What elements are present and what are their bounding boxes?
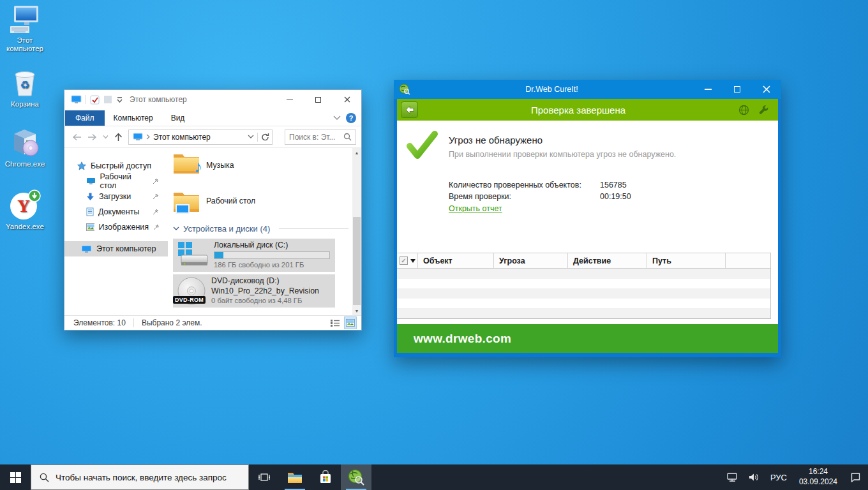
drweb-close-button[interactable] (752, 80, 781, 99)
sidebar-item-desktop[interactable]: Рабочий стол (64, 174, 168, 189)
explorer-search-input[interactable]: Поиск в: Эт... (285, 130, 356, 145)
drweb-green-header: Проверка завершена (397, 99, 778, 121)
select-all-checkbox[interactable]: ✓ (400, 256, 408, 265)
drive-item-c[interactable]: Локальный диск (C:) 186 ГБ свободно из 2… (173, 239, 335, 272)
download-arrow-icon (86, 193, 94, 201)
forward-icon[interactable] (87, 133, 97, 141)
drweb-taskbar-icon (348, 469, 364, 486)
new-item-icon[interactable] (103, 95, 112, 104)
task-view-button[interactable] (249, 464, 280, 490)
explorer-minimize-button[interactable] (275, 90, 304, 109)
globe-icon[interactable] (738, 105, 749, 115)
section-devices-and-drives[interactable]: Устройства и диски (4) (173, 221, 352, 236)
taskbar-explorer-button[interactable] (280, 464, 310, 490)
ribbon-collapse-icon[interactable] (333, 115, 341, 121)
result-subtitle: При выполнении проверки компьютера угроз… (449, 150, 676, 159)
breadcrumb[interactable]: Этот компьютер (153, 133, 244, 142)
table-row (397, 308, 770, 318)
scan-status-title: Проверка завершена (418, 105, 738, 115)
explorer-file-list: ♪ Музыка Рабочий стол Устройства и диски… (168, 148, 352, 315)
taskbar-drweb-button[interactable] (341, 464, 371, 490)
sidebar-item-downloads[interactable]: Загрузки (64, 189, 168, 204)
sidebar-item-label: Этот компьютер (96, 244, 156, 253)
view-icons-button[interactable] (345, 317, 356, 329)
column-header-object[interactable]: Объект (418, 253, 494, 268)
drive-subtitle: Win10_Pro_22h2_by_Revision (211, 286, 331, 296)
view-details-button[interactable] (329, 317, 341, 329)
filter-dropdown-icon[interactable] (410, 259, 415, 263)
drweb-titlebar: Dr.Web CureIt! (394, 80, 781, 99)
desktop-mini-icon (176, 204, 190, 214)
customize-toolbar-icon[interactable] (116, 96, 123, 103)
footer-gap (397, 319, 778, 324)
microsoft-store-icon (318, 470, 333, 484)
sidebar-item-label: Быстрый доступ (91, 161, 151, 170)
threats-table-body (397, 269, 770, 318)
scroll-up-icon[interactable]: ▲ (352, 148, 361, 157)
column-header-action[interactable]: Действие (568, 253, 647, 268)
help-button[interactable]: ? (346, 113, 356, 123)
desktop-icon-this-pc[interactable]: Этот компьютер (1, 5, 49, 53)
folder-item-music[interactable]: ♪ Музыка (173, 148, 352, 182)
scroll-down-icon[interactable]: ▼ (352, 306, 361, 315)
address-dropdown-icon[interactable] (248, 135, 254, 139)
desktop-icon-recycle-bin[interactable]: ♻ Корзина (1, 68, 49, 108)
taskbar-search-input[interactable]: Чтобы начать поиск, введите здесь запрос (31, 464, 249, 490)
sidebar-item-this-pc[interactable]: Этот компьютер (64, 241, 168, 256)
column-header-threat[interactable]: Угроза (494, 253, 568, 268)
language-indicator[interactable]: РУС (767, 473, 790, 482)
taskbar-store-button[interactable] (310, 464, 341, 490)
recent-locations-icon[interactable] (103, 135, 108, 139)
up-icon[interactable] (114, 133, 123, 142)
desktop-icon-yandex-installer[interactable]: Y Yandex.exe (1, 189, 49, 231)
tab-file[interactable]: Файл (65, 110, 105, 126)
drweb-website: www.drweb.com (414, 332, 511, 346)
separator (133, 318, 134, 327)
start-button[interactable] (0, 464, 31, 490)
star-icon (77, 161, 86, 170)
desktop-icon-label: Yandex.exe (6, 223, 44, 230)
desktop-icon-chrome-installer[interactable]: Chrome.exe (1, 128, 49, 168)
wrench-icon[interactable] (758, 105, 769, 115)
yandex-icon: Y (8, 189, 41, 221)
taskbar-clock[interactable]: 16:24 03.09.2024 (794, 467, 842, 487)
drive-free-space: 186 ГБ свободно из 201 ГБ (214, 260, 331, 270)
properties-check-icon[interactable] (90, 95, 100, 105)
back-button[interactable] (401, 101, 418, 118)
folder-item-desktop[interactable]: Рабочий стол (173, 182, 352, 219)
music-note-icon: ♪ (194, 157, 202, 177)
sidebar-item-quick-access[interactable]: Быстрый доступ (64, 158, 168, 174)
drweb-minimize-button[interactable] (693, 80, 722, 99)
sidebar-item-label: Изображения (99, 223, 149, 232)
tab-view[interactable]: Вид (162, 110, 194, 126)
explorer-scrollbar[interactable]: ▲ ▼ (352, 148, 361, 315)
desktop-icon-label: Chrome.exe (5, 160, 45, 168)
address-bar[interactable]: Этот компьютер (128, 130, 273, 145)
volume-tray-icon[interactable] (745, 464, 763, 490)
windows-logo-icon (10, 472, 21, 483)
network-tray-icon[interactable] (724, 464, 742, 490)
sidebar-item-label: Загрузки (99, 192, 131, 201)
table-row (397, 279, 770, 289)
pin-icon (153, 209, 159, 215)
action-center-icon[interactable] (846, 464, 864, 490)
open-report-link[interactable]: Открыть отчет (449, 204, 502, 213)
column-header-path[interactable]: Путь (647, 253, 726, 268)
back-icon[interactable] (72, 133, 82, 141)
computer-icon (81, 245, 92, 253)
this-pc-icon (9, 5, 41, 34)
threats-table-header: ✓ Объект Угроза Действие Путь (397, 253, 770, 269)
sidebar-item-pictures[interactable]: Изображения (64, 219, 168, 235)
status-selected-count: Выбрано 2 элем. (142, 318, 202, 327)
drweb-maximize-button[interactable] (722, 80, 752, 99)
folder-label: Музыка (206, 161, 234, 170)
drive-name: Локальный диск (C:) (214, 241, 331, 250)
scrollbar-thumb[interactable] (353, 217, 361, 305)
refresh-icon[interactable] (261, 133, 269, 141)
sidebar-item-documents[interactable]: Документы (64, 204, 168, 219)
drive-item-dvd[interactable]: DVD-ROM DVD-дисковод (D:) Win10_Pro_22h2… (173, 274, 335, 308)
tab-computer[interactable]: Компьютер (105, 110, 162, 126)
stat-label: Количество проверенных объектов: (449, 179, 600, 191)
explorer-maximize-button[interactable] (304, 90, 333, 109)
explorer-close-button[interactable] (333, 90, 361, 109)
